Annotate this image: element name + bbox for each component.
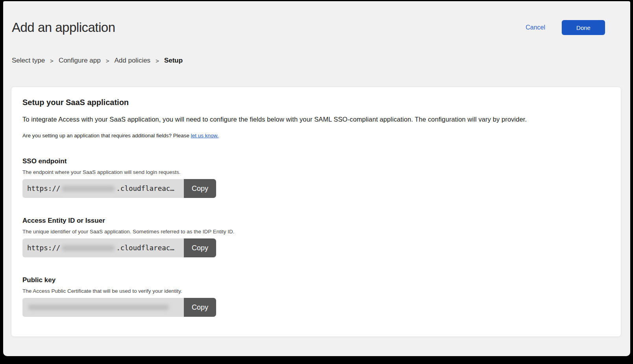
- breadcrumb-item-select-type[interactable]: Select type: [12, 57, 45, 65]
- done-button[interactable]: Done: [562, 20, 605, 35]
- sso-endpoint-field: https:// .cloudflareac… Copy: [22, 179, 216, 198]
- card-heading: Setup your SaaS application: [22, 98, 610, 107]
- public-key-description: The Access Public Certificate that will …: [22, 288, 610, 294]
- redacted-value: [61, 186, 115, 192]
- card-note: Are you setting up an application that r…: [22, 133, 610, 139]
- access-entity-id-value-suffix: .cloudflareac…: [116, 244, 174, 252]
- public-key-field: Copy: [22, 298, 216, 317]
- access-entity-id-section: Access Entity ID or Issuer The unique id…: [22, 217, 610, 257]
- public-key-value: [22, 298, 184, 317]
- public-key-label: Public key: [22, 276, 610, 284]
- let-us-know-link[interactable]: let us know.: [191, 133, 219, 139]
- breadcrumb-item-add-policies[interactable]: Add policies: [114, 57, 150, 65]
- access-entity-id-field: https:// .cloudflareac… Copy: [22, 238, 216, 257]
- page-title: Add an application: [12, 20, 115, 35]
- public-key-copy-button[interactable]: Copy: [184, 298, 216, 317]
- public-key-section: Public key The Access Public Certificate…: [22, 276, 610, 317]
- access-entity-id-value: https:// .cloudflareac…: [22, 238, 184, 257]
- setup-card: Setup your SaaS application To integrate…: [11, 87, 621, 337]
- breadcrumb-separator: >: [106, 57, 109, 64]
- sso-endpoint-section: SSO endpoint The endpoint where your Saa…: [22, 157, 610, 198]
- card-description: To integrate Access with your SaaS appli…: [22, 116, 610, 123]
- access-entity-id-label: Access Entity ID or Issuer: [22, 217, 610, 225]
- breadcrumb-item-setup: Setup: [164, 57, 183, 65]
- header-actions: Cancel Done: [526, 20, 605, 35]
- sso-endpoint-copy-button[interactable]: Copy: [184, 179, 216, 198]
- sso-endpoint-label: SSO endpoint: [22, 157, 610, 165]
- access-entity-id-copy-button[interactable]: Copy: [184, 238, 216, 257]
- access-entity-id-description: The unique identifier of your SaaS appli…: [22, 229, 610, 235]
- page-header: Add an application Cancel Done: [3, 1, 630, 35]
- breadcrumb-separator: >: [50, 57, 54, 64]
- breadcrumb: Select type > Configure app > Add polici…: [3, 35, 630, 65]
- redacted-value: [28, 305, 169, 310]
- access-entity-id-value-prefix: https://: [27, 244, 60, 252]
- breadcrumb-item-configure-app[interactable]: Configure app: [59, 57, 101, 65]
- breadcrumb-separator: >: [155, 57, 159, 64]
- sso-endpoint-value-prefix: https://: [27, 185, 60, 192]
- card-note-text: Are you setting up an application that r…: [22, 133, 191, 139]
- sso-endpoint-value-suffix: .cloudflareac…: [116, 185, 174, 192]
- sso-endpoint-description: The endpoint where your SaaS application…: [22, 169, 610, 175]
- app-window: Add an application Cancel Done Select ty…: [3, 1, 630, 356]
- redacted-value: [61, 245, 115, 251]
- cancel-button[interactable]: Cancel: [526, 24, 545, 31]
- sso-endpoint-value: https:// .cloudflareac…: [22, 179, 184, 198]
